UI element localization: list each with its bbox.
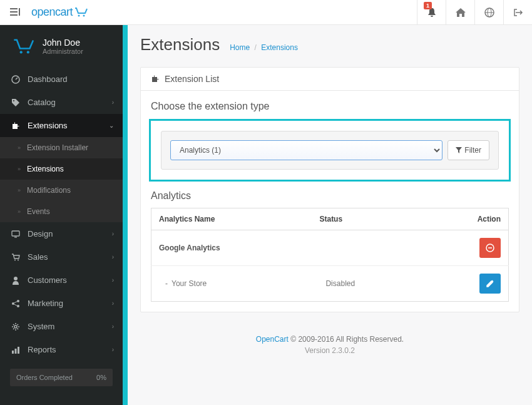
logout-button[interactable]: [503, 0, 532, 25]
panel-title: Extension List: [165, 74, 219, 84]
sidebar-item-label: Dashboard: [28, 74, 68, 84]
progress-label: Orders Completed: [16, 374, 73, 381]
svg-point-16: [14, 259, 16, 260]
svg-rect-14: [12, 231, 19, 236]
sidebar-item-label: Reports: [28, 345, 56, 354]
globe-button[interactable]: [474, 0, 503, 25]
sidebar-item-design[interactable]: Design ›: [0, 222, 123, 245]
dash-icon: -: [165, 279, 168, 288]
cell-name: Google Analytics: [151, 230, 312, 266]
menu-toggle-button[interactable]: [6, 4, 24, 21]
username: John Doe: [43, 38, 83, 48]
footer-opencart-link[interactable]: OpenCart: [256, 335, 289, 344]
avatar: [13, 35, 35, 58]
svg-point-13: [13, 100, 14, 101]
double-chevron-icon: »: [18, 208, 21, 215]
sidebar-item-marketing[interactable]: Marketing ›: [0, 292, 123, 315]
svg-line-12: [16, 78, 18, 79]
sidebar-item-dashboard[interactable]: Dashboard: [0, 68, 123, 91]
svg-rect-27: [18, 347, 19, 354]
sidebar-item-label: Marketing: [28, 299, 63, 308]
table-header-row: Analytics Name Status Action: [151, 208, 509, 230]
filter-icon: [456, 147, 462, 153]
extension-type-select[interactable]: Analytics (1): [170, 140, 442, 160]
svg-point-17: [18, 259, 19, 260]
topbar-right: 1: [417, 0, 532, 24]
sidebar-item-sales[interactable]: Sales ›: [0, 245, 123, 269]
chevron-right-icon: ›: [112, 230, 114, 237]
col-name-header: Analytics Name: [151, 208, 312, 230]
edit-button[interactable]: [479, 274, 501, 294]
sidebar-item-catalog[interactable]: Catalog ›: [0, 91, 123, 114]
progress-value: 0%: [96, 374, 106, 381]
home-button[interactable]: [446, 0, 474, 25]
page-title: Extensions: [140, 35, 220, 54]
svg-point-10: [27, 51, 29, 53]
sidebar-subitem-label: Events: [27, 207, 50, 216]
footer-copyright: © 2009-2016 All Rights Reserved.: [289, 335, 404, 344]
logo-cart-icon: [74, 7, 89, 18]
filter-button-label: Filter: [464, 146, 481, 155]
breadcrumb-current-link[interactable]: Extensions: [261, 43, 298, 52]
sidebar-item-extensions[interactable]: Extensions ⌄: [0, 114, 123, 137]
chevron-right-icon: ›: [112, 254, 114, 260]
top-header: opencart 1: [0, 0, 532, 25]
cart-icon: [10, 254, 21, 261]
orders-completed-widget: Orders Completed 0%: [10, 369, 113, 386]
sidebar-item-reports[interactable]: Reports ›: [0, 338, 123, 361]
svg-point-9: [20, 51, 23, 53]
panel-header: Extension List: [141, 68, 519, 91]
cell-name: -Your Store: [151, 266, 312, 302]
svg-rect-25: [12, 351, 14, 354]
svg-point-21: [17, 305, 19, 307]
svg-rect-3: [19, 8, 20, 16]
svg-rect-0: [10, 8, 18, 9]
sidebar-item-label: System: [28, 322, 54, 331]
logo[interactable]: opencart: [31, 6, 89, 19]
content: Extensions Home / Extensions Extension L…: [128, 25, 532, 405]
minus-circle-icon: [486, 244, 494, 252]
filter-button[interactable]: Filter: [448, 140, 489, 160]
sidebar-subitem-modifications[interactable]: »Modifications: [0, 180, 123, 201]
double-chevron-icon: »: [18, 166, 21, 172]
notifications-button[interactable]: 1: [417, 0, 446, 25]
chevron-down-icon: ⌄: [109, 122, 114, 129]
double-chevron-icon: »: [18, 187, 21, 193]
sidebar-item-label: Customers: [28, 275, 67, 285]
logout-icon: [513, 8, 523, 17]
puzzle-icon: [10, 121, 21, 130]
page-head: Extensions Home / Extensions: [140, 35, 519, 54]
svg-point-18: [14, 277, 18, 280]
sidebar-subitem-extensions[interactable]: »Extensions: [0, 158, 123, 180]
breadcrumb: Home / Extensions: [230, 43, 298, 52]
sidebar-subitem-label: Extension Installer: [27, 143, 88, 152]
sidebar-subitem-events[interactable]: »Events: [0, 201, 123, 222]
uninstall-button[interactable]: [479, 238, 501, 258]
sidebar-item-customers[interactable]: Customers ›: [0, 269, 123, 292]
svg-line-23: [14, 304, 18, 306]
cell-status: Disabled: [312, 266, 418, 302]
home-icon: [456, 8, 466, 17]
footer: OpenCart © 2009-2016 All Rights Reserved…: [140, 322, 519, 367]
sidebar-subitem-installer[interactable]: »Extension Installer: [0, 137, 123, 158]
cell-action: [418, 266, 508, 302]
cell-action: [418, 230, 508, 266]
svg-point-20: [17, 300, 19, 302]
chevron-right-icon: ›: [112, 277, 114, 284]
sidebar-item-label: Catalog: [28, 98, 56, 107]
puzzle-icon: [151, 74, 160, 83]
double-chevron-icon: »: [18, 145, 21, 151]
notification-badge: 1: [424, 2, 432, 9]
svg-rect-1: [10, 11, 18, 13]
sidebar-item-system[interactable]: System ›: [0, 315, 123, 338]
breadcrumb-home-link[interactable]: Home: [230, 43, 250, 52]
main-area: Extensions Home / Extensions Extension L…: [123, 25, 532, 405]
svg-point-5: [83, 14, 85, 16]
table-row: Google Analytics: [151, 230, 509, 266]
col-status-header: Status: [312, 208, 418, 230]
table-heading: Analytics: [151, 190, 509, 202]
share-icon: [10, 299, 21, 308]
tag-icon: [10, 98, 21, 107]
chevron-right-icon: ›: [112, 323, 114, 330]
sidebar-subitem-label: Modifications: [27, 186, 71, 195]
